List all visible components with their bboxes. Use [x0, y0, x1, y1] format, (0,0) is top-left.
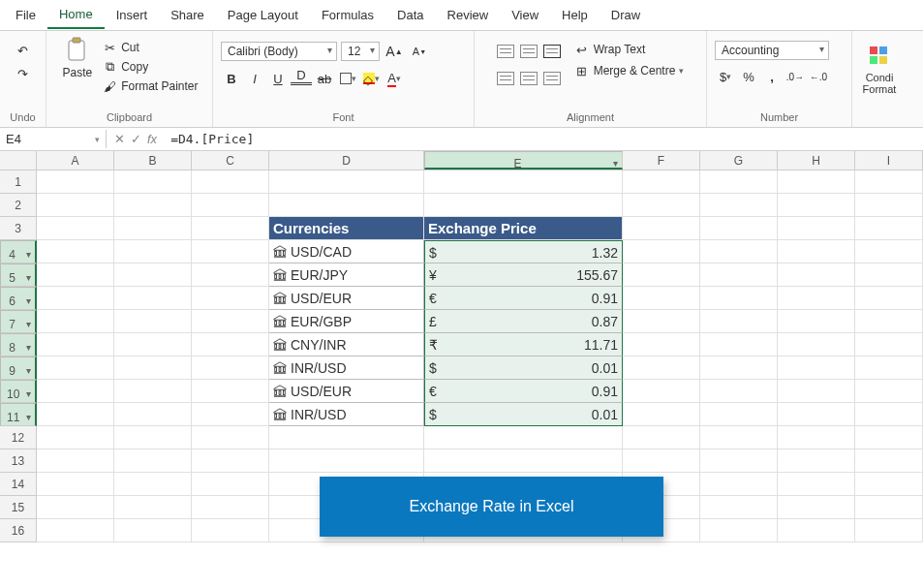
- align-right-icon[interactable]: [541, 68, 563, 89]
- cell[interactable]: [192, 473, 269, 496]
- cell[interactable]: [778, 356, 855, 380]
- cell[interactable]: [192, 217, 269, 240]
- cell[interactable]: [114, 403, 192, 426]
- cell[interactable]: [778, 519, 855, 542]
- cell[interactable]: [114, 473, 192, 496]
- cell[interactable]: [623, 217, 700, 240]
- cell[interactable]: [424, 170, 623, 194]
- cell[interactable]: [855, 333, 923, 356]
- cell[interactable]: USD/EUR: [269, 380, 424, 403]
- tab-share[interactable]: Share: [159, 2, 216, 28]
- cell[interactable]: CNY/INR: [269, 333, 424, 356]
- undo-icon[interactable]: ↶: [15, 43, 31, 58]
- cell[interactable]: [114, 310, 192, 333]
- cell[interactable]: [778, 240, 855, 263]
- col-header[interactable]: I: [855, 151, 923, 170]
- cell[interactable]: €0.91: [424, 287, 623, 310]
- col-header[interactable]: H: [778, 151, 855, 170]
- cell[interactable]: $0.01: [424, 356, 623, 380]
- cell[interactable]: [37, 380, 114, 403]
- cell[interactable]: [37, 263, 114, 287]
- cell[interactable]: [424, 194, 623, 217]
- cell[interactable]: [192, 449, 269, 473]
- cell[interactable]: [114, 263, 192, 287]
- cell[interactable]: [192, 194, 269, 217]
- cell[interactable]: [700, 426, 778, 449]
- cell[interactable]: [855, 240, 923, 263]
- cell[interactable]: [623, 263, 700, 287]
- cell[interactable]: [623, 426, 700, 449]
- tab-draw[interactable]: Draw: [600, 2, 652, 28]
- cell[interactable]: [855, 263, 923, 287]
- cell[interactable]: [855, 194, 923, 217]
- cell[interactable]: ¥155.67: [424, 263, 623, 287]
- cell[interactable]: [700, 380, 778, 403]
- cell[interactable]: [855, 496, 923, 519]
- cell[interactable]: Exchange Price: [424, 217, 623, 240]
- row-header[interactable]: 12: [0, 426, 37, 449]
- cell[interactable]: [855, 519, 923, 542]
- cell[interactable]: [778, 449, 855, 473]
- cell[interactable]: [778, 194, 855, 217]
- cell[interactable]: [700, 473, 778, 496]
- cell[interactable]: [855, 310, 923, 333]
- cell[interactable]: [778, 380, 855, 403]
- cell[interactable]: [192, 519, 269, 542]
- cell[interactable]: [37, 496, 114, 519]
- cell[interactable]: [114, 194, 192, 217]
- cell[interactable]: [778, 217, 855, 240]
- cut-button[interactable]: ✂Cut: [100, 39, 200, 56]
- tab-file[interactable]: File: [4, 2, 47, 28]
- cell[interactable]: [37, 287, 114, 310]
- tab-help[interactable]: Help: [550, 2, 600, 28]
- redo-icon[interactable]: ↷: [15, 66, 31, 81]
- cell[interactable]: [37, 217, 114, 240]
- tab-view[interactable]: View: [500, 2, 550, 28]
- cell[interactable]: [700, 263, 778, 287]
- cell[interactable]: [855, 217, 923, 240]
- cell[interactable]: $0.01: [424, 403, 623, 426]
- number-format-select[interactable]: Accounting: [715, 41, 829, 60]
- col-header[interactable]: E: [424, 151, 623, 170]
- cell[interactable]: [623, 170, 700, 194]
- paste-button[interactable]: Paste: [58, 35, 96, 81]
- tab-data[interactable]: Data: [385, 2, 435, 28]
- cell[interactable]: [623, 240, 700, 263]
- cell[interactable]: [778, 496, 855, 519]
- double-underline-button[interactable]: D: [291, 68, 312, 85]
- cell[interactable]: [778, 403, 855, 426]
- row-header[interactable]: 1: [0, 170, 37, 194]
- comma-button[interactable]: ,: [761, 66, 783, 87]
- cell[interactable]: [37, 194, 114, 217]
- currency-button[interactable]: $: [715, 66, 736, 87]
- row-header[interactable]: 2: [0, 194, 37, 217]
- row-header[interactable]: 5: [0, 263, 37, 287]
- cell[interactable]: [700, 403, 778, 426]
- tab-review[interactable]: Review: [436, 2, 501, 28]
- cell[interactable]: [269, 194, 424, 217]
- cell[interactable]: [37, 170, 114, 194]
- row-header[interactable]: 3: [0, 217, 37, 240]
- cell[interactable]: [623, 449, 700, 473]
- wrap-text-button[interactable]: ↩Wrap Text: [572, 41, 687, 58]
- cell[interactable]: [269, 426, 424, 449]
- col-header[interactable]: F: [623, 151, 700, 170]
- merge-centre-button[interactable]: ⊞Merge & Centre: [572, 62, 687, 79]
- decrease-decimal-button[interactable]: ←.0: [808, 66, 829, 87]
- cell[interactable]: [700, 287, 778, 310]
- cell[interactable]: [192, 287, 269, 310]
- align-center-icon[interactable]: [518, 68, 539, 89]
- cell[interactable]: [778, 263, 855, 287]
- conditional-formatting-button[interactable]: CondiFormat: [859, 41, 901, 97]
- cell[interactable]: [37, 473, 114, 496]
- cell[interactable]: [700, 310, 778, 333]
- cell[interactable]: [623, 310, 700, 333]
- cell[interactable]: [855, 380, 923, 403]
- cell[interactable]: [192, 263, 269, 287]
- row-header[interactable]: 10: [0, 380, 37, 403]
- cell[interactable]: [855, 449, 923, 473]
- percent-button[interactable]: %: [738, 66, 759, 87]
- cell[interactable]: [37, 333, 114, 356]
- cell[interactable]: [114, 426, 192, 449]
- align-bottom-icon[interactable]: [541, 41, 563, 62]
